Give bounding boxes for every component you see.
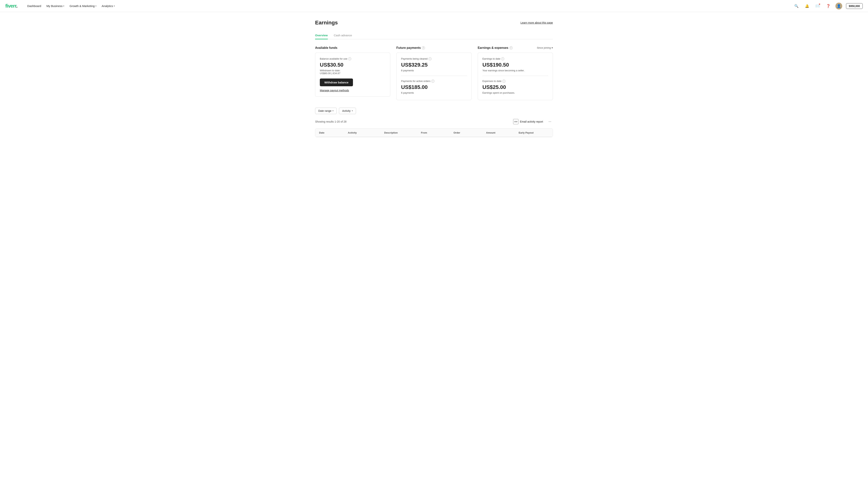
logo-dot: . <box>16 3 18 9</box>
main-content: Earnings Learn more about this page Over… <box>309 12 559 146</box>
tabs: Overview Cash advance <box>315 32 553 39</box>
clearing-sub: 8 payments <box>401 69 467 72</box>
earnings-to-date-value: US$190.50 <box>482 62 548 68</box>
withdraw-balance-button[interactable]: Withdraw balance <box>320 79 353 86</box>
filter-bar: Date range ▾ Activity ▾ <box>315 107 553 114</box>
results-actions: CSV Email activity report ··· <box>512 118 553 125</box>
analytics-chevron-icon: ▾ <box>114 5 115 7</box>
available-funds-section: Available funds Balance available for us… <box>315 46 390 100</box>
results-bar: Showing results 1-20 of 28 CSV Email act… <box>315 118 553 125</box>
tab-cash-advance[interactable]: Cash advance <box>334 32 352 39</box>
col-date: Date <box>319 131 346 134</box>
since-joining-chevron-icon: ▾ <box>552 46 553 49</box>
earnings-expenses-section: Earnings & expenses i Since joining ▾ Ea… <box>478 46 553 100</box>
avatar[interactable]: 👤 <box>835 3 842 10</box>
help-icon[interactable]: ❓ <box>825 3 832 10</box>
future-payments-info-icon[interactable]: i <box>422 46 425 49</box>
navbar-right: 🔍 🔔 ✉️ ❓ 👤 $950,000 <box>793 3 863 10</box>
nav-my-business[interactable]: My Business ▾ <box>44 3 66 9</box>
col-from: From <box>421 131 451 134</box>
earnings-to-date-label: Earnings to date i <box>482 57 548 60</box>
since-joining-dropdown[interactable]: Since joining ▾ <box>537 46 553 49</box>
col-activity: Activity <box>348 131 382 134</box>
nav-links: Dashboard My Business ▾ Growth & Marketi… <box>25 3 117 9</box>
withdrawn-info: Withdrawn to date: US$80.00 | €34.87 <box>320 69 386 75</box>
expenses-to-date-label: Expenses to date i <box>482 80 548 83</box>
more-options-button[interactable]: ··· <box>547 118 553 125</box>
active-orders-sub: 6 payments <box>401 91 467 94</box>
earnings-expenses-divider <box>482 76 548 76</box>
future-payments-section: Future payments i Payments being cleared… <box>396 46 471 100</box>
more-options-icon: ··· <box>548 120 551 124</box>
col-early-payout: Early Payout <box>519 131 549 134</box>
messages-badge <box>819 3 820 5</box>
learn-more-link[interactable]: Learn more about this page <box>521 21 553 24</box>
balance-badge[interactable]: $950,000 <box>846 3 863 9</box>
clearing-field-label: Payments being cleared i <box>401 57 467 60</box>
clearing-value: US$329.25 <box>401 62 467 68</box>
csv-icon: CSV <box>513 119 519 124</box>
balance-value: US$30.50 <box>320 62 386 68</box>
nav-dashboard[interactable]: Dashboard <box>25 3 43 9</box>
activity-chevron-icon: ▾ <box>352 110 353 112</box>
expenses-to-date-value: US$25.00 <box>482 84 548 90</box>
earnings-expenses-label: Earnings & expenses i Since joining ▾ <box>478 46 553 49</box>
earnings-expenses-card: Earnings to date i US$190.50 Your earnin… <box>478 53 553 100</box>
available-funds-card: Balance available for use i US$30.50 Wit… <box>315 53 390 97</box>
nav-growth-marketing[interactable]: Growth & Marketing ▾ <box>67 3 99 9</box>
date-range-chevron-icon: ▾ <box>333 110 333 112</box>
earnings-expenses-info-icon[interactable]: i <box>510 46 513 49</box>
expenses-to-date-sub: Earnings spent on purchases. <box>482 91 548 94</box>
navbar: fiverr. Dashboard My Business ▾ Growth &… <box>0 0 868 12</box>
available-funds-label: Available funds <box>315 46 390 49</box>
balance-info-icon[interactable]: i <box>348 57 351 60</box>
col-description: Description <box>384 131 419 134</box>
future-payments-divider <box>401 76 467 76</box>
col-amount: Amount <box>486 131 516 134</box>
date-range-filter[interactable]: Date range ▾ <box>315 107 337 114</box>
earnings-to-date-sub: Your earnings since becoming a seller. <box>482 69 548 72</box>
earnings-to-date-info-icon[interactable]: i <box>501 57 504 60</box>
manage-payout-link[interactable]: Manage payout methods <box>320 89 386 92</box>
col-order: Order <box>454 131 484 134</box>
search-icon[interactable]: 🔍 <box>793 3 800 10</box>
logo[interactable]: fiverr. <box>5 3 18 9</box>
email-activity-report-button[interactable]: CSV Email activity report <box>512 118 545 125</box>
future-payments-label: Future payments i <box>396 46 471 49</box>
page-header: Earnings Learn more about this page <box>315 20 553 26</box>
nav-analytics[interactable]: Analytics ▾ <box>99 3 117 9</box>
messages-icon[interactable]: ✉️ <box>814 3 821 10</box>
balance-field-label: Balance available for use i <box>320 57 386 60</box>
table-header: Date Activity Description From Order Amo… <box>315 129 553 137</box>
activity-filter[interactable]: Activity ▾ <box>339 107 356 114</box>
notifications-icon[interactable]: 🔔 <box>804 3 810 10</box>
my-business-chevron-icon: ▾ <box>63 5 64 7</box>
cards-grid: Available funds Balance available for us… <box>315 46 553 100</box>
clearing-info-icon[interactable]: i <box>429 57 432 60</box>
results-count: Showing results 1-20 of 28 <box>315 120 346 123</box>
active-orders-value: US$185.00 <box>401 84 467 90</box>
active-orders-info-icon[interactable]: i <box>431 80 434 83</box>
growth-marketing-chevron-icon: ▾ <box>96 5 96 7</box>
activity-table: Date Activity Description From Order Amo… <box>315 128 553 137</box>
active-orders-field-label: Payments for active orders i <box>401 80 467 83</box>
page-title: Earnings <box>315 20 338 26</box>
tab-overview[interactable]: Overview <box>315 32 328 39</box>
future-payments-card: Payments being cleared i US$329.25 8 pay… <box>396 53 471 100</box>
expenses-to-date-info-icon[interactable]: i <box>502 80 505 83</box>
